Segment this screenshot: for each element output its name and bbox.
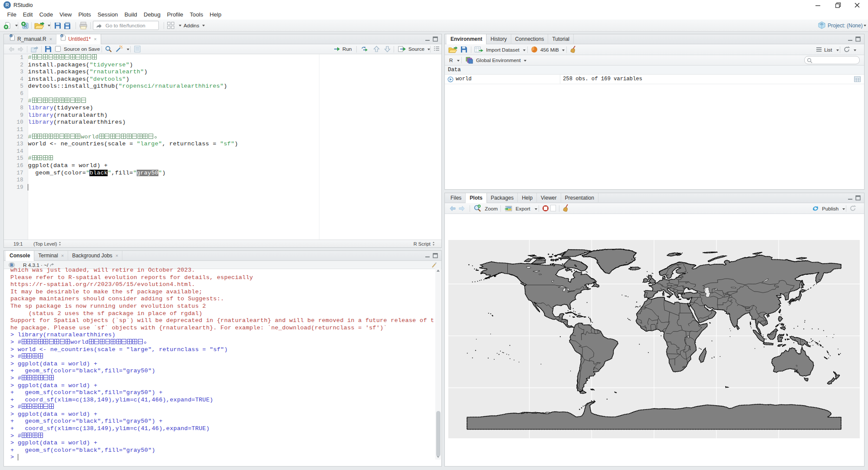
svg-text:R: R	[10, 35, 12, 37]
svg-text:R: R	[821, 22, 823, 26]
svg-text:R: R	[61, 35, 63, 37]
svg-text:R: R	[10, 263, 13, 267]
